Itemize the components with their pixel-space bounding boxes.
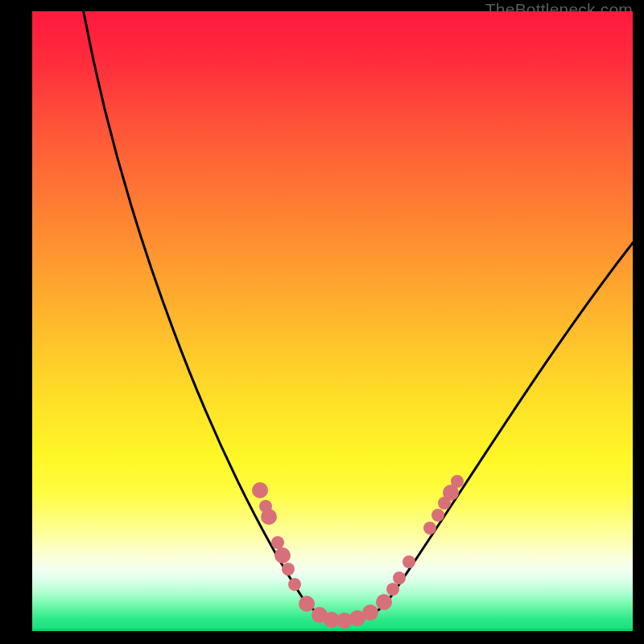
curve-marker (252, 482, 268, 498)
curve-marker (423, 522, 436, 535)
curve-marker (362, 605, 378, 621)
curve-marker (451, 475, 464, 488)
curve-marker (386, 583, 399, 596)
curve-marker (261, 509, 277, 525)
curve-marker (393, 572, 406, 584)
bottleneck-curve (80, 11, 633, 621)
curve-marker (271, 536, 284, 549)
curve-marker (402, 555, 415, 568)
curve-marker (282, 563, 295, 576)
chart-svg (32, 11, 633, 631)
plot-area (32, 11, 633, 631)
baseline-green (32, 629, 633, 631)
curve-marker (376, 594, 392, 610)
curve-marker (431, 509, 444, 522)
curve-marker (275, 547, 291, 564)
chart-stage: TheBottleneck.com (0, 0, 644, 644)
curve-marker (288, 578, 301, 591)
curve-marker (299, 596, 315, 612)
curve-markers (252, 475, 464, 629)
